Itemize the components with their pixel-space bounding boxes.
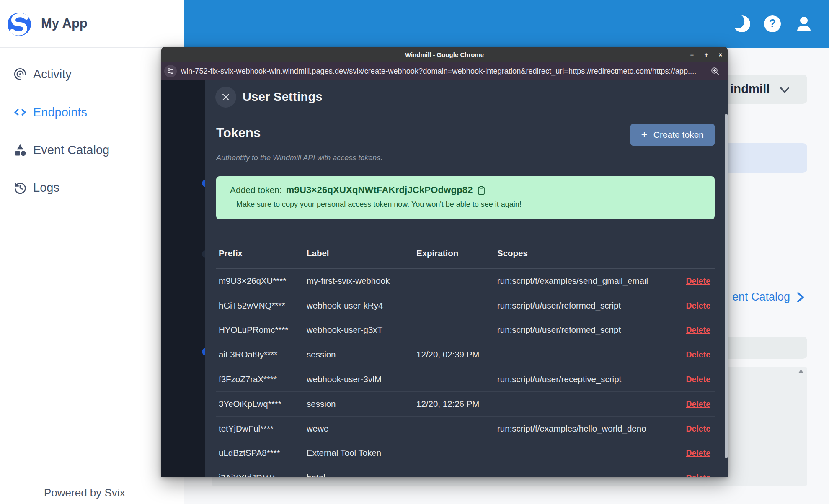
token-row: uLdBztSPA8****External Tool TokenDelete [216, 441, 715, 466]
browser-urlbar[interactable]: win-752-fix-svix-webhook-win.windmill.pa… [161, 62, 728, 80]
token-prefix: m9U3×26qXU**** [216, 276, 307, 286]
powered-by-svix: Powered by Svix [44, 486, 125, 499]
delete-token-link[interactable]: Delete [686, 325, 710, 334]
token-scopes: run:script/u/user/reformed_script [497, 301, 681, 311]
close-icon [221, 92, 231, 102]
chevron-right-icon [796, 292, 805, 303]
sidebar-item-label: Activity [33, 67, 72, 81]
token-prefix: tetYjDwFul**** [216, 424, 307, 434]
token-label: webhook-user-3vlM [307, 374, 416, 384]
token-prefix: HYOLuPRomc**** [216, 325, 307, 335]
question-mark-icon: ? [763, 15, 782, 33]
token-prefix: hGiT52wVNQ**** [216, 301, 307, 311]
copy-clipboard-icon[interactable] [477, 185, 486, 195]
header-expiration: Expiration [416, 248, 497, 258]
token-prefix: i2AiYYIdJR**** [216, 473, 307, 477]
maximize-button[interactable]: + [699, 47, 713, 62]
tokens-section-title: Tokens [216, 126, 261, 141]
header-scopes: Scopes [497, 248, 681, 258]
workspace-name: indmill [730, 82, 770, 96]
token-prefix: f3FzoZ7raX**** [216, 374, 307, 384]
drawer-body: Tokens + Create token Authentify to the … [205, 114, 728, 477]
token-scopes: run:script/u/user/reformed_script [497, 325, 681, 335]
browser-window: Windmill - Google Chrome – + × win-752-f… [161, 47, 728, 477]
sidebar-item-label: Endpoints [33, 105, 87, 119]
event-catalog-icon [13, 142, 28, 157]
person-icon [795, 15, 813, 33]
sidebar-item-label: Event Catalog [33, 143, 109, 157]
token-label: my-first-svix-webhook [307, 276, 416, 286]
browser-titlebar[interactable]: Windmill - Google Chrome – + × [161, 47, 728, 62]
token-label: session [307, 399, 416, 409]
token-prefix: uLdBztSPA8**** [216, 448, 307, 458]
user-profile-button[interactable] [795, 15, 813, 33]
sidebar-item-event-catalog[interactable]: Event Catalog [0, 131, 184, 169]
alert-label: Added token: [230, 185, 282, 195]
logs-icon [13, 180, 28, 195]
browser-page: User Settings Tokens + Create token Auth… [161, 80, 728, 477]
sidebar-item-activity[interactable]: Activity [0, 55, 184, 93]
delete-token-link[interactable]: Delete [686, 448, 710, 458]
user-settings-drawer: User Settings Tokens + Create token Auth… [205, 80, 728, 477]
delete-token-link[interactable]: Delete [686, 276, 710, 285]
token-label: External Tool Token [307, 448, 416, 458]
moon-icon [732, 14, 750, 33]
delete-token-link[interactable]: Delete [686, 424, 710, 433]
minimize-button[interactable]: – [685, 47, 699, 62]
token-row: m9U3×26qXU****my-first-svix-webhookrun:s… [216, 269, 715, 293]
sidebar-item-label: Logs [33, 181, 59, 195]
delete-token-link[interactable]: Delete [686, 473, 710, 477]
token-scopes: run:script/u/user/receptive_script [497, 374, 681, 384]
drawer-header: User Settings [205, 80, 728, 114]
token-label: hotel [307, 473, 416, 477]
token-row: aiL3ROat9y****session12/20, 02:39 PMDele… [216, 342, 715, 367]
sidebar-divider [0, 92, 184, 92]
delete-token-link[interactable]: Delete [686, 301, 710, 310]
drawer-scrollbar[interactable] [725, 114, 728, 458]
tokens-table: Prefix Label Expiration Scopes m9U3×26qX… [216, 219, 715, 477]
token-expiration: 12/20, 02:39 PM [416, 350, 497, 360]
header-label: Label [307, 248, 416, 258]
sidebar-item-endpoints[interactable]: Endpoints [0, 93, 184, 131]
alert-message: Make sure to copy your personal access t… [230, 200, 701, 209]
alert-token-value: m9U3×26qXUXqNWtFAKrdjJCkPOdwgp82 [286, 185, 473, 195]
close-window-button[interactable]: × [713, 47, 728, 62]
app-topbar: ? [184, 0, 829, 48]
activity-icon [13, 67, 28, 82]
help-button[interactable]: ? [763, 15, 782, 33]
token-prefix: aiL3ROat9y**** [216, 350, 307, 360]
create-token-button[interactable]: + Create token [630, 124, 715, 146]
event-catalog-link[interactable]: ent Catalog [732, 291, 805, 303]
token-row: 3YeOiKpLwq****session12/20, 12:26 PMDele… [216, 392, 715, 417]
chevron-down-icon [778, 84, 791, 96]
token-row: i2AiYYIdJR****hotelDelete [216, 465, 715, 477]
token-label: webhook-user-kRy4 [307, 301, 416, 311]
window-title: Windmill - Google Chrome [161, 47, 728, 62]
token-added-alert: Added token: m9U3×26qXUXqNWtFAKrdjJCkPOd… [216, 176, 715, 219]
token-row: HYOLuPRomc****webhook-user-g3xTrun:scrip… [216, 318, 715, 343]
zoom-icon[interactable] [711, 67, 720, 76]
page-behind-overlay [161, 80, 205, 477]
delete-token-link[interactable]: Delete [686, 375, 710, 384]
delete-token-link[interactable]: Delete [686, 350, 710, 359]
tokens-table-rows: m9U3×26qXU****my-first-svix-webhookrun:s… [216, 269, 715, 477]
scroll-up-arrow-icon[interactable] [798, 370, 804, 373]
tokens-table-header: Prefix Label Expiration Scopes [216, 219, 715, 269]
delete-token-link[interactable]: Delete [686, 399, 710, 409]
event-catalog-link-label: ent Catalog [732, 291, 790, 303]
token-scopes: run:script/f/examples/send_gmail_email [497, 276, 681, 286]
plus-icon: + [641, 128, 648, 141]
svg-text:?: ? [769, 17, 776, 30]
endpoints-icon [13, 105, 28, 120]
close-drawer-button[interactable] [215, 87, 236, 108]
token-expiration: 12/20, 12:26 PM [416, 399, 497, 409]
sidebar-item-logs[interactable]: Logs [0, 169, 184, 206]
sidebar-nav: Activity Endpoints Event Catalog [0, 0, 184, 251]
hidden-button-peek [202, 348, 205, 355]
token-label: webhook-user-g3xT [307, 325, 416, 335]
dark-mode-toggle[interactable] [732, 15, 750, 33]
create-token-label: Create token [653, 130, 704, 140]
url-address[interactable]: win-752-fix-svix-webhook-win.windmill.pa… [181, 62, 705, 80]
tokens-subtitle: Authentify to the Windmill API with acce… [216, 154, 715, 162]
site-settings-button[interactable] [164, 65, 177, 77]
